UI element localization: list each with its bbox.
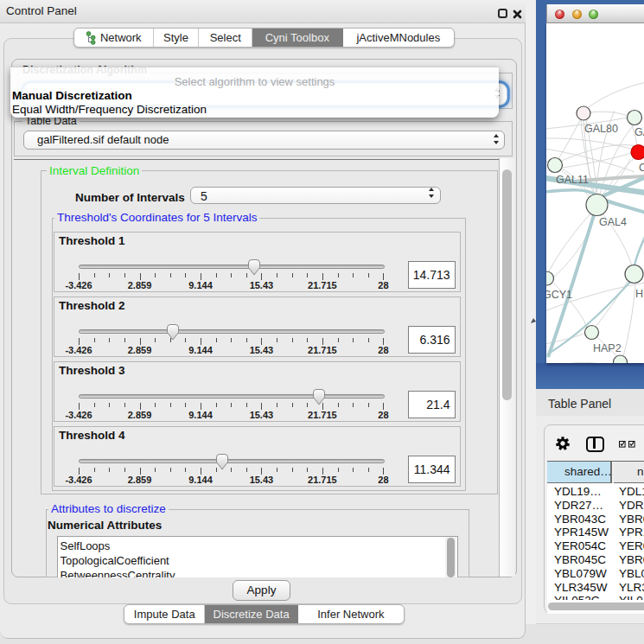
svg-text:GCY1: GCY1	[546, 289, 572, 301]
svg-text:C: C	[639, 162, 644, 174]
svg-text:GAL11: GAL11	[556, 174, 589, 186]
svg-text:GAL4: GAL4	[599, 216, 627, 228]
svg-text:HAP2: HAP2	[593, 342, 622, 354]
svg-text:GA: GA	[634, 126, 644, 138]
svg-text:HI: HI	[635, 288, 644, 300]
svg-text:GAL80: GAL80	[584, 123, 618, 135]
